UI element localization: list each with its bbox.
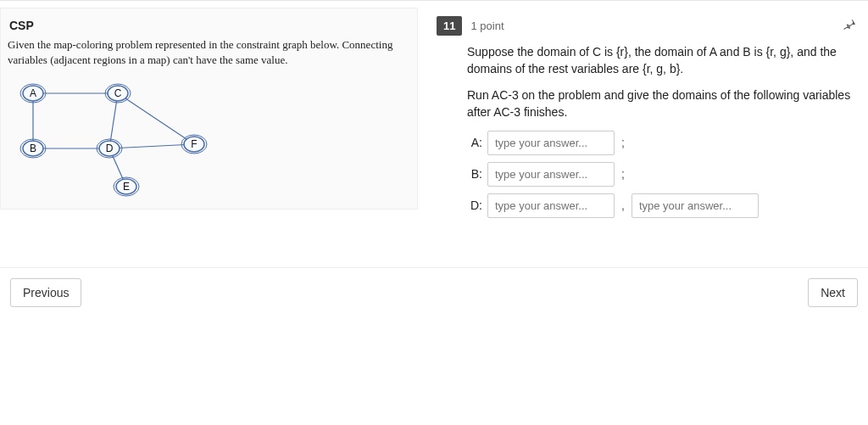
question-number: 11 <box>437 16 462 36</box>
question-text-1: Suppose the domain of C is {r}, the doma… <box>467 44 860 77</box>
constraint-graph: A C B <box>8 72 228 199</box>
answer-label-b: B: <box>467 166 482 183</box>
answer-label-d: D: <box>467 198 482 215</box>
graph-node-b: B <box>20 139 46 158</box>
answer-input-a[interactable] <box>487 131 615 155</box>
separator: , <box>620 198 626 215</box>
answer-input-b[interactable] <box>487 162 615 187</box>
svg-text:F: F <box>191 138 197 150</box>
graph-node-c: C <box>105 84 131 103</box>
svg-text:A: A <box>30 87 36 99</box>
answer-input-d[interactable] <box>487 193 615 218</box>
svg-text:E: E <box>123 181 130 193</box>
graph-node-f: F <box>181 135 207 154</box>
svg-text:D: D <box>106 143 114 154</box>
graph-node-d: D <box>97 139 122 158</box>
section-description: Given the map-coloring problem represent… <box>8 37 403 67</box>
question-points: 1 point <box>470 20 504 32</box>
graph-node-a: A <box>20 84 46 103</box>
svg-text:C: C <box>114 87 122 99</box>
svg-line-5 <box>118 93 194 144</box>
pin-icon[interactable] <box>843 18 856 34</box>
previous-button[interactable]: Previous <box>10 278 81 307</box>
answer-label-a: A: <box>467 135 482 152</box>
graph-node-e: E <box>114 177 139 196</box>
separator: ; <box>620 135 626 152</box>
next-button[interactable]: Next <box>808 278 858 307</box>
section-title: CSP <box>9 19 403 32</box>
separator: ; <box>620 166 626 183</box>
svg-line-3 <box>109 93 118 148</box>
question-text-2: Run AC-3 on the problem and give the dom… <box>467 87 860 120</box>
answer-input-extra[interactable] <box>632 193 759 218</box>
svg-text:B: B <box>30 143 36 154</box>
